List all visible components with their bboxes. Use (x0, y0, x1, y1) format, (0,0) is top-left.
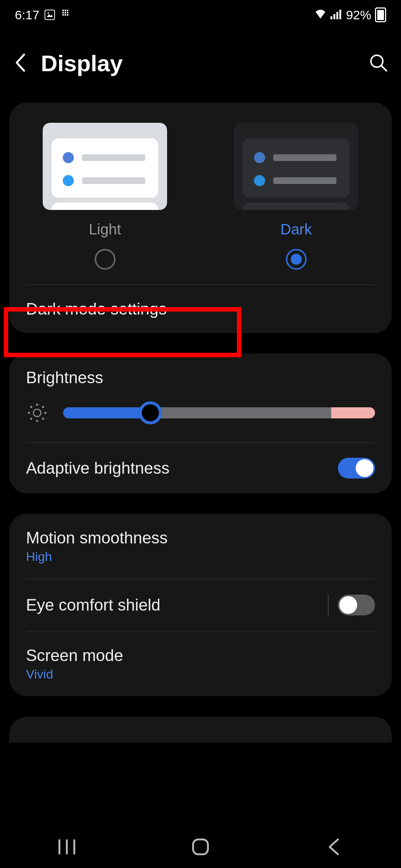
svg-rect-4 (336, 12, 338, 19)
nav-home-button[interactable] (178, 836, 223, 858)
page-title: Display (41, 50, 123, 76)
battery-percent: 92% (346, 8, 371, 22)
svg-marker-0 (47, 14, 53, 17)
screen-mode-value: Vivid (26, 667, 375, 681)
brightness-card: Brightness Adaptive brightness (9, 354, 392, 493)
svg-point-8 (33, 409, 41, 417)
svg-point-16 (43, 418, 44, 420)
svg-point-13 (31, 407, 32, 408)
battery-icon (375, 7, 386, 22)
svg-rect-3 (333, 14, 335, 19)
navigation-bar (0, 825, 401, 868)
eye-comfort-row[interactable]: Eye comfort shield (9, 579, 392, 631)
status-time: 6:17 (15, 8, 39, 22)
dark-theme-radio[interactable] (286, 249, 307, 270)
motion-smoothness-value: High (26, 549, 375, 564)
motion-smoothness-row[interactable]: Motion smoothness High (9, 514, 392, 579)
search-button[interactable] (369, 53, 388, 74)
light-theme-preview (43, 123, 167, 210)
svg-line-7 (381, 66, 387, 71)
adaptive-brightness-label: Adaptive brightness (26, 459, 169, 477)
page-header: Display (0, 30, 401, 102)
brightness-slider[interactable] (63, 407, 375, 418)
svg-point-14 (43, 407, 44, 408)
dark-theme-preview (234, 123, 358, 210)
display-options-card: Motion smoothness High Eye comfort shiel… (9, 514, 392, 696)
svg-point-9 (37, 404, 38, 405)
sim-status-icon (60, 10, 71, 20)
dark-theme-label: Dark (280, 221, 312, 238)
gallery-status-icon (45, 10, 55, 20)
dark-mode-settings-row[interactable]: Dark mode settings (9, 285, 392, 333)
svg-rect-20 (193, 839, 208, 854)
back-button[interactable] (13, 52, 28, 75)
nav-back-button[interactable] (312, 836, 356, 858)
screen-mode-label: Screen mode (26, 646, 375, 665)
svg-point-12 (45, 412, 46, 414)
motion-smoothness-label: Motion smoothness (26, 529, 375, 547)
screen-mode-row[interactable]: Screen mode Vivid (9, 631, 392, 696)
theme-option-light[interactable]: Light (9, 123, 200, 270)
light-theme-label: Light (89, 221, 121, 238)
adaptive-brightness-row[interactable]: Adaptive brightness (9, 443, 392, 493)
light-theme-radio[interactable] (95, 249, 115, 270)
eye-comfort-toggle[interactable] (338, 595, 375, 615)
svg-rect-2 (330, 16, 332, 19)
wifi-icon (314, 8, 327, 22)
svg-point-11 (29, 412, 30, 414)
svg-rect-5 (339, 10, 341, 19)
nav-recents-button[interactable] (45, 836, 89, 858)
status-bar: 6:17 92% (0, 0, 401, 30)
eye-comfort-label: Eye comfort shield (26, 596, 160, 614)
theme-option-dark[interactable]: Dark (200, 123, 392, 270)
sun-icon (26, 402, 48, 424)
brightness-slider-thumb[interactable] (139, 401, 162, 424)
eye-comfort-divider (328, 594, 329, 616)
svg-point-1 (48, 12, 49, 14)
svg-point-15 (31, 418, 32, 420)
signal-icon (330, 8, 342, 22)
brightness-label: Brightness (26, 368, 103, 387)
theme-card: Light Dark Dark mode settings (9, 102, 392, 333)
dark-mode-settings-label: Dark mode settings (26, 300, 167, 318)
svg-point-10 (37, 421, 38, 422)
adaptive-brightness-toggle[interactable] (338, 458, 375, 479)
next-card-peek (9, 717, 392, 743)
